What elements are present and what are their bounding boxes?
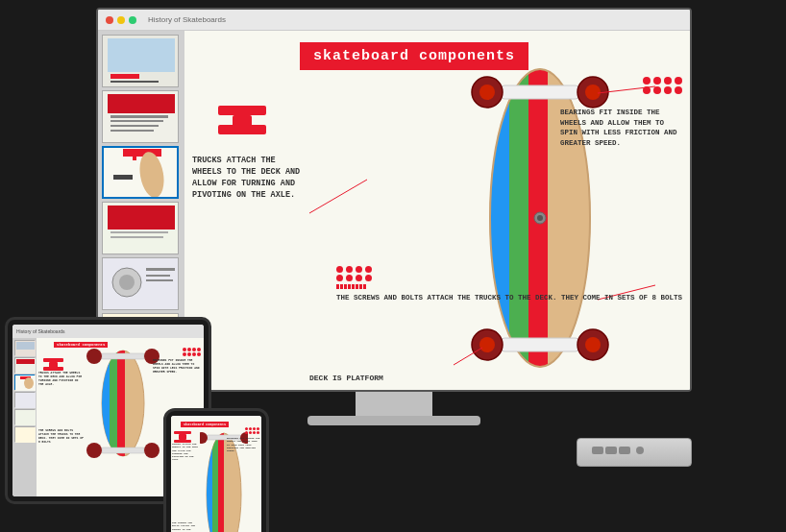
phone-truck-icon-mini bbox=[173, 430, 192, 444]
bearing-dot bbox=[653, 77, 661, 85]
screw-dot bbox=[346, 275, 353, 281]
tablet-thumb-2[interactable] bbox=[14, 357, 35, 373]
screw-dot bbox=[336, 275, 343, 281]
close-dot[interactable] bbox=[106, 16, 113, 24]
monitor-stand-neck bbox=[356, 392, 432, 419]
tablet-bearings-mini bbox=[183, 348, 201, 356]
mac-mini bbox=[577, 438, 692, 467]
truck-icon bbox=[213, 103, 271, 141]
mac-mini-ports bbox=[592, 447, 676, 460]
mac-mini-port-3 bbox=[619, 447, 630, 454]
screw-dot bbox=[365, 266, 372, 273]
svg-point-71 bbox=[86, 349, 102, 364]
svg-point-21 bbox=[119, 275, 135, 290]
svg-rect-22 bbox=[146, 268, 175, 271]
thumb-4[interactable] bbox=[102, 202, 179, 254]
svg-rect-23 bbox=[146, 275, 170, 277]
tablet-trucks-text-mini: TRUCKS ATTACH THE WHEELS TO THE DECK AND… bbox=[38, 372, 85, 387]
tablet-thumb-4[interactable] bbox=[14, 392, 35, 407]
svg-point-43 bbox=[479, 337, 495, 352]
mac-mini-power bbox=[636, 447, 644, 454]
tablet-thumb-3[interactable] bbox=[14, 375, 35, 390]
svg-rect-3 bbox=[111, 81, 159, 83]
toolbar-text: History of Skateboards bbox=[148, 15, 226, 24]
phone: skateboard components bbox=[163, 408, 269, 532]
svg-point-85 bbox=[200, 432, 208, 444]
phone-bearings-mini bbox=[245, 427, 259, 434]
top-bar: History of Skateboards bbox=[98, 10, 690, 31]
svg-rect-11 bbox=[123, 149, 161, 157]
screw-dot bbox=[365, 275, 372, 281]
tablet-thumbnails bbox=[12, 338, 37, 496]
tablet-app-title: History of Skateboards bbox=[16, 328, 65, 334]
svg-rect-90 bbox=[174, 431, 191, 434]
bearings-dots-group bbox=[643, 77, 682, 94]
thumb-2[interactable] bbox=[102, 90, 179, 143]
screw-dot bbox=[346, 266, 353, 273]
deck-text: DECK IS PLATFORM bbox=[309, 374, 383, 382]
tablet-thumb-5[interactable] bbox=[14, 409, 35, 424]
bearing-dot bbox=[675, 77, 682, 85]
svg-rect-5 bbox=[108, 94, 175, 113]
svg-point-45 bbox=[585, 337, 601, 352]
svg-rect-9 bbox=[111, 130, 154, 132]
svg-rect-18 bbox=[111, 236, 163, 238]
svg-rect-56 bbox=[16, 342, 35, 350]
screw-dot bbox=[356, 275, 362, 281]
svg-point-61 bbox=[24, 377, 34, 389]
monitor-stand-base bbox=[307, 416, 480, 425]
phone-screws-text-mini: THE SCREWS AND BOLTS ATTACH THE TRUCKS T… bbox=[172, 521, 199, 532]
svg-rect-67 bbox=[102, 351, 110, 456]
svg-rect-70 bbox=[102, 353, 144, 359]
mac-mini-port-1 bbox=[592, 447, 603, 454]
minimize-dot[interactable] bbox=[117, 16, 125, 24]
tablet-app-bar: History of Skateboards bbox=[12, 325, 204, 338]
svg-rect-73 bbox=[102, 447, 144, 453]
svg-rect-69 bbox=[117, 351, 125, 456]
svg-point-74 bbox=[86, 443, 102, 458]
tablet-screws-text-mini: THE SCREWS AND BOLTS ATTACH THE TRUCKS T… bbox=[38, 429, 85, 445]
svg-rect-50 bbox=[218, 125, 266, 134]
svg-rect-76 bbox=[43, 358, 63, 362]
svg-rect-2 bbox=[111, 74, 139, 79]
screws-section: THE SCREWS AND BOLTS ATTACH THE TRUCKS T… bbox=[336, 266, 682, 303]
bearing-dot bbox=[643, 86, 651, 94]
thumb-3[interactable] bbox=[102, 146, 179, 199]
bearing-dot bbox=[664, 86, 672, 94]
svg-rect-6 bbox=[111, 115, 168, 118]
svg-rect-68 bbox=[110, 351, 117, 456]
phone-bearings-text-mini: BEARINGS FIT INSIDE THE WHEELS AND ALLOW… bbox=[227, 437, 260, 452]
svg-rect-8 bbox=[111, 125, 159, 127]
svg-rect-62 bbox=[15, 393, 36, 408]
svg-point-75 bbox=[144, 443, 160, 458]
phone-screen: skateboard components bbox=[171, 416, 261, 532]
phone-trucks-text-mini: TRUCKS ATTACH THE WHEELS TO THE DECK AND… bbox=[172, 443, 199, 462]
thumb-1[interactable] bbox=[102, 35, 179, 87]
screws-text: THE SCREWS AND BOLTS ATTACH THE TRUCKS T… bbox=[336, 293, 682, 303]
tablet-skateboard-mini bbox=[85, 346, 161, 461]
svg-rect-48 bbox=[218, 106, 266, 115]
svg-rect-83 bbox=[218, 433, 224, 532]
screw-dot bbox=[336, 266, 343, 273]
svg-point-47 bbox=[537, 215, 543, 221]
screws-dots-row1 bbox=[336, 266, 682, 273]
main-slide: skateboard components bbox=[184, 31, 690, 390]
svg-rect-17 bbox=[111, 231, 168, 233]
svg-rect-14 bbox=[113, 175, 133, 180]
thumb-5[interactable] bbox=[102, 257, 179, 310]
svg-rect-82 bbox=[212, 433, 218, 532]
svg-rect-63 bbox=[15, 410, 36, 425]
svg-rect-32 bbox=[509, 69, 528, 367]
svg-rect-64 bbox=[15, 427, 36, 443]
maximize-dot[interactable] bbox=[129, 16, 136, 24]
tablet-thumb-6[interactable] bbox=[14, 426, 35, 442]
svg-rect-91 bbox=[179, 434, 186, 440]
tablet-bearings-text-mini: BEARINGS FIT INSIDE THE WHEELS AND ALLOW… bbox=[153, 359, 201, 375]
svg-point-38 bbox=[479, 85, 495, 100]
bearing-dot bbox=[664, 77, 672, 85]
tablet-thumb-1[interactable] bbox=[14, 340, 35, 355]
screw-lines-icon bbox=[336, 284, 682, 289]
svg-rect-24 bbox=[146, 279, 173, 281]
svg-point-40 bbox=[585, 85, 601, 100]
svg-rect-58 bbox=[16, 359, 35, 364]
